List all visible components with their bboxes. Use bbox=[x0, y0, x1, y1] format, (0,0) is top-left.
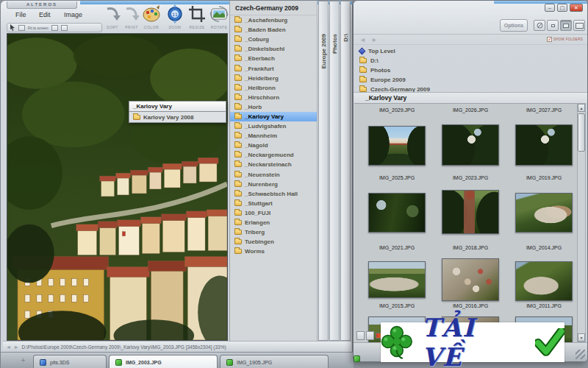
forward-arrow-icon[interactable]: ► bbox=[371, 36, 378, 43]
thumbnail-image[interactable] bbox=[368, 126, 426, 166]
folder-item[interactable]: Erlangen bbox=[230, 218, 317, 227]
current-folder-header: _Karlovy Vary bbox=[354, 92, 587, 103]
folder-label: _Schwaebisch Hall bbox=[245, 191, 298, 197]
menu-file[interactable]: File bbox=[15, 11, 26, 18]
thumbnail-image[interactable] bbox=[368, 261, 426, 298]
fit-mode-dropdown[interactable]: Fit to screen bbox=[28, 26, 49, 30]
scroll-up-icon[interactable]: ▲ bbox=[578, 104, 585, 112]
folder-icon bbox=[359, 77, 367, 82]
folder-label: Worms bbox=[245, 248, 265, 255]
resize-grip[interactable] bbox=[576, 350, 585, 359]
folder-popup-item[interactable]: Karlovy Vary 2008 bbox=[129, 112, 226, 123]
slider-left-button[interactable] bbox=[356, 331, 365, 340]
folder-item[interactable]: _Coburg bbox=[230, 35, 317, 44]
print-arrow-icon[interactable] bbox=[122, 4, 141, 24]
menu-image[interactable]: Image bbox=[64, 11, 82, 18]
add-tab-button[interactable]: + bbox=[18, 356, 28, 366]
back-arrow-icon[interactable]: ◄ bbox=[359, 36, 366, 43]
folder-item[interactable]: _Nagold bbox=[230, 141, 317, 150]
thumbnail-image[interactable] bbox=[442, 124, 499, 166]
show-folders-checkbox[interactable]: ✓ SHOW FOLDERS bbox=[547, 37, 583, 42]
scroll-down-icon[interactable]: ▼ bbox=[578, 333, 585, 342]
folder-item[interactable]: _Frankfurt bbox=[230, 63, 317, 73]
thumbnail-image[interactable] bbox=[515, 261, 573, 301]
path-item-europe-2009[interactable]: Europe 2009 bbox=[354, 75, 587, 85]
folder-item[interactable]: _Baden Baden bbox=[230, 25, 317, 35]
folder-item[interactable]: _Ludvigshafen bbox=[230, 121, 317, 131]
jpg-file-icon-partial-tab[interactable] bbox=[354, 355, 360, 362]
thumbnail-image[interactable] bbox=[368, 193, 426, 233]
folder-item[interactable]: _Schwaebisch Hall bbox=[230, 189, 317, 199]
thumbnail-image[interactable] bbox=[442, 258, 499, 301]
maximize-button[interactable]: ▢ bbox=[557, 4, 567, 12]
folder-item[interactable]: _Nurenberg bbox=[230, 180, 317, 189]
select-rect-tool-icon[interactable] bbox=[18, 25, 25, 31]
thumbnail-image[interactable] bbox=[515, 124, 573, 166]
folder-icon bbox=[234, 95, 242, 100]
path-item-drive-d[interactable]: D:\ bbox=[354, 56, 587, 66]
folder-item[interactable]: _Hirschhorn bbox=[230, 93, 317, 102]
small-thumbs-button[interactable] bbox=[547, 20, 559, 31]
folder-item[interactable]: _Horb bbox=[230, 102, 317, 112]
folder-item-selected[interactable]: _Karlovy Vary bbox=[230, 112, 317, 121]
side-tab-photos[interactable]: Photos bbox=[329, 1, 340, 341]
folder-item[interactable]: _Dinkelsbuehl bbox=[230, 44, 317, 54]
folder-icon bbox=[234, 143, 242, 148]
sort-arrow-icon[interactable] bbox=[103, 4, 122, 24]
folder-item[interactable]: Triberg bbox=[230, 227, 317, 237]
side-tab-drive-d[interactable]: D:\ bbox=[340, 1, 351, 341]
folder-label: 100_FUJI bbox=[245, 210, 270, 216]
folder-item[interactable]: _Neuenstein bbox=[230, 170, 317, 180]
path-item-photos[interactable]: Photos bbox=[354, 66, 587, 75]
zoom-icon[interactable]: 11 bbox=[165, 4, 184, 24]
pointer-tool-icon[interactable] bbox=[10, 24, 15, 31]
medium-thumbs-button[interactable] bbox=[560, 20, 572, 31]
menu-edit[interactable]: Edit bbox=[39, 11, 51, 18]
photo-canvas[interactable] bbox=[7, 33, 228, 341]
crop-icon[interactable] bbox=[187, 4, 207, 24]
path-item-top-level[interactable]: Top Level bbox=[354, 46, 587, 56]
tab-img-1905[interactable]: IMG_1905.JPG bbox=[220, 355, 329, 368]
folder-label: _Mannheim bbox=[245, 132, 277, 139]
large-square-icon bbox=[576, 23, 584, 29]
folder-item[interactable]: _Eberbach bbox=[230, 54, 317, 63]
rotate-picture-icon[interactable] bbox=[209, 4, 229, 24]
folder-item[interactable]: _Stuttgart bbox=[230, 199, 317, 208]
copy-tool-icon[interactable] bbox=[51, 25, 58, 31]
side-tab-europe-2009[interactable]: Europe 2009 bbox=[318, 1, 329, 341]
folder-icon bbox=[234, 76, 242, 81]
folder-item[interactable]: _Neckarsteinach bbox=[230, 160, 317, 169]
options-button[interactable]: Options bbox=[500, 19, 528, 32]
folder-item[interactable]: 100_FUJI bbox=[230, 208, 317, 218]
folder-item[interactable]: Tuebingen bbox=[230, 237, 317, 247]
folder-item[interactable]: _Aschafenburg bbox=[230, 15, 317, 25]
folder-item[interactable]: Worms bbox=[230, 247, 317, 256]
status-prev-icon[interactable]: ◄ bbox=[6, 344, 11, 350]
folder-item[interactable]: _Heidelberg bbox=[230, 74, 317, 83]
folder-icon bbox=[234, 37, 242, 42]
large-thumbs-button[interactable] bbox=[573, 20, 585, 31]
tab-pits-3ds[interactable]: pits.3DS bbox=[33, 355, 107, 368]
folder-item[interactable]: _Neckargemuend bbox=[230, 150, 317, 160]
toolbar-label-rotate: ROTATE bbox=[207, 25, 232, 29]
status-text: D:\Photos\Europe 2009\Czech-Germany 2009… bbox=[22, 344, 226, 350]
vertical-scrollbar[interactable]: ▲ ▼ bbox=[577, 103, 586, 342]
folder-tree-panel: Czech-Germany 2009 _Aschafenburg _Baden … bbox=[229, 1, 318, 341]
thumbnail-image[interactable] bbox=[515, 193, 573, 233]
view-off-button[interactable] bbox=[534, 20, 545, 31]
status-next-icon[interactable]: ► bbox=[14, 344, 19, 350]
browser-window: – ▢ ✕ Options ◄ ► ✓ SHOW FOLDERS Top Lev… bbox=[353, 0, 588, 362]
folder-item[interactable]: _Heilbronn bbox=[230, 83, 317, 93]
close-button[interactable]: ✕ bbox=[570, 4, 583, 12]
folder-item[interactable]: _Mannheim bbox=[230, 131, 317, 141]
paste-tool-icon[interactable] bbox=[61, 25, 68, 31]
slider-right-button[interactable] bbox=[366, 331, 374, 340]
color-palette-icon[interactable] bbox=[142, 4, 161, 24]
minimize-button[interactable]: – bbox=[545, 4, 555, 12]
navigation-row: ◄ ► ✓ SHOW FOLDERS bbox=[354, 34, 587, 45]
view-toolbar: Fit to screen bbox=[7, 23, 102, 32]
thumbnail-image[interactable] bbox=[442, 190, 499, 234]
folder-icon bbox=[234, 56, 242, 61]
tab-img-2003-active[interactable]: IMG_2003.JPG bbox=[109, 355, 218, 368]
scrollbar-thumb[interactable] bbox=[578, 113, 585, 152]
